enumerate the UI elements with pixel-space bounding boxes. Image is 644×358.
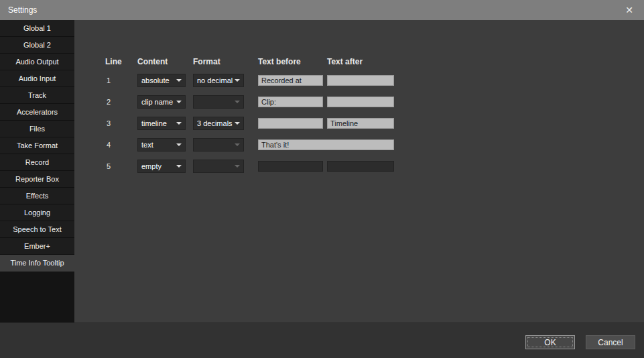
sidebar-item-audio-input[interactable]: Audio Input bbox=[0, 70, 74, 87]
table-row: 1 absolute no decimals bbox=[105, 74, 480, 87]
format-dropdown-row1[interactable]: no decimals bbox=[193, 74, 244, 87]
sidebar-item-effects[interactable]: Effects bbox=[0, 188, 74, 204]
format-dropdown-row3[interactable]: 3 decimals bbox=[193, 117, 244, 130]
text-before-input-row5 bbox=[258, 161, 323, 172]
format-dropdown-row5 bbox=[193, 160, 244, 173]
text-before-input-row1[interactable] bbox=[258, 75, 323, 86]
text-before-input-row3[interactable] bbox=[258, 118, 323, 129]
chevron-down-icon bbox=[176, 143, 182, 146]
chevron-down-icon bbox=[176, 165, 182, 168]
content-dropdown-row3[interactable]: timeline bbox=[137, 117, 186, 130]
chevron-down-icon bbox=[235, 101, 240, 103]
ok-button[interactable]: OK bbox=[525, 335, 575, 349]
table-row: 5 empty bbox=[105, 160, 480, 173]
sidebar-item-time-info-tooltip[interactable]: Time Info Tooltip bbox=[0, 255, 74, 272]
window-title: Settings bbox=[8, 5, 37, 15]
titlebar: Settings ✕ bbox=[0, 0, 644, 20]
line-number: 5 bbox=[107, 162, 111, 170]
sidebar-item-logging[interactable]: Logging bbox=[0, 204, 74, 221]
line-number: 1 bbox=[107, 76, 111, 84]
sidebar-item-accelerators[interactable]: Accelerators bbox=[0, 104, 74, 121]
sidebar-item-take-format[interactable]: Take Format bbox=[0, 137, 74, 154]
chevron-down-icon bbox=[176, 101, 182, 103]
footer-bar: OK Cancel bbox=[0, 322, 644, 358]
format-dropdown-row4 bbox=[193, 138, 244, 152]
table-row: 3 timeline 3 decimals bbox=[105, 117, 480, 130]
cancel-button[interactable]: Cancel bbox=[586, 335, 635, 349]
sidebar-item-reporter-box[interactable]: Reporter Box bbox=[0, 171, 74, 188]
sidebar-item-global-2[interactable]: Global 2 bbox=[0, 37, 74, 54]
sidebar-item-audio-output[interactable]: Audio Output bbox=[0, 54, 74, 70]
column-header-line: Line bbox=[105, 58, 122, 66]
chevron-down-icon bbox=[235, 79, 240, 82]
text-after-input-row3[interactable] bbox=[327, 118, 394, 129]
chevron-down-icon bbox=[235, 122, 240, 125]
sidebar-item-record[interactable]: Record bbox=[0, 154, 74, 171]
chevron-down-icon bbox=[235, 165, 240, 168]
column-header-text-before: Text before bbox=[258, 58, 301, 66]
time-info-tooltip-panel: Line Content Format Text before Text aft… bbox=[74, 20, 644, 322]
format-dropdown-row2 bbox=[193, 95, 244, 109]
chevron-down-icon bbox=[176, 122, 182, 125]
text-after-input-row2[interactable] bbox=[327, 97, 394, 107]
text-after-input-row1[interactable] bbox=[327, 75, 394, 86]
dropdown-value: timeline bbox=[141, 119, 174, 127]
content-dropdown-row2[interactable]: clip name bbox=[137, 95, 186, 109]
text-after-input-row5 bbox=[327, 161, 394, 172]
text-before-input-row2[interactable] bbox=[258, 97, 323, 107]
line-number: 2 bbox=[107, 98, 111, 106]
column-header-content: Content bbox=[137, 58, 168, 66]
content-dropdown-row5[interactable]: empty bbox=[137, 160, 186, 173]
column-header-format: Format bbox=[193, 58, 220, 66]
text-input-row4[interactable] bbox=[258, 139, 394, 150]
content-dropdown-row1[interactable]: absolute bbox=[137, 74, 186, 87]
dropdown-value: no decimals bbox=[197, 76, 233, 84]
content-dropdown-row4[interactable]: text bbox=[137, 138, 186, 152]
dropdown-value: empty bbox=[141, 162, 174, 170]
dropdown-value: text bbox=[141, 141, 174, 149]
sidebar-item-ember-plus[interactable]: Ember+ bbox=[0, 238, 74, 255]
close-icon[interactable]: ✕ bbox=[623, 0, 636, 20]
column-header-text-after: Text after bbox=[327, 58, 363, 66]
table-row: 4 text bbox=[105, 138, 480, 152]
chevron-down-icon bbox=[176, 79, 182, 82]
sidebar-item-track[interactable]: Track bbox=[0, 87, 74, 104]
line-number: 4 bbox=[107, 141, 111, 149]
dropdown-value: 3 decimals bbox=[197, 119, 233, 127]
sidebar-item-global-1[interactable]: Global 1 bbox=[0, 20, 74, 37]
sidebar-item-files[interactable]: Files bbox=[0, 121, 74, 137]
dropdown-value: clip name bbox=[141, 98, 174, 106]
dropdown-value: absolute bbox=[141, 76, 174, 84]
chevron-down-icon bbox=[235, 143, 240, 146]
sidebar-item-speech-to-text[interactable]: Speech to Text bbox=[0, 221, 74, 238]
line-number: 3 bbox=[107, 119, 111, 127]
table-row: 2 clip name bbox=[105, 95, 480, 109]
sidebar: Global 1 Global 2 Audio Output Audio Inp… bbox=[0, 20, 74, 322]
